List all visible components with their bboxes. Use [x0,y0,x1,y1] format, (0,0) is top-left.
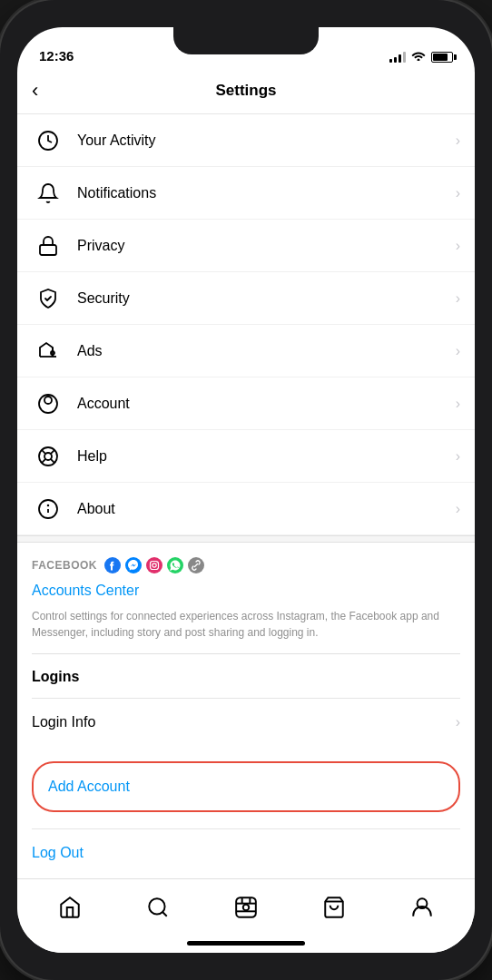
chevron-icon: › [456,714,460,730]
settings-item-label: About [77,501,456,517]
settings-item-label: Your Activity [77,132,456,149]
login-info-item[interactable]: Login Info › [32,698,460,745]
svg-line-23 [162,912,167,916]
settings-item-label: Security [77,290,456,307]
section-divider [17,535,475,543]
svg-point-25 [243,904,250,910]
settings-item-account[interactable]: Account › [17,377,475,430]
chevron-icon: › [456,238,460,254]
settings-item-your-activity[interactable]: Your Activity › [17,114,475,167]
svg-point-16 [146,557,162,573]
svg-point-19 [156,562,157,563]
svg-rect-24 [236,897,256,917]
back-button[interactable]: ‹ [32,79,38,103]
settings-item-label: Help [77,448,456,465]
settings-item-security[interactable]: Security › [17,272,475,325]
svg-line-10 [42,458,45,462]
login-info-label: Login Info [32,714,456,730]
search-icon [146,896,170,919]
facebook-brand-icons [104,557,204,573]
chevron-icon: › [456,501,460,517]
settings-item-label: Account [77,396,456,412]
nav-profile[interactable] [399,885,445,930]
logout-label: Log Out [32,845,460,861]
bell-icon [32,177,64,210]
settings-item-label: Ads [77,343,456,359]
shield-icon [32,282,64,315]
status-time: 12:36 [39,48,74,64]
facebook-header: FACEBOOK [32,557,460,573]
svg-point-3 [44,397,52,404]
phone-frame: 12:36 [0,0,492,980]
accounts-center-link[interactable]: Accounts Center [32,583,460,599]
settings-content: Your Activity › Notifications › [17,114,475,878]
facebook-section-label: FACEBOOK [32,559,97,572]
instagram-icon [146,557,162,573]
account-icon [32,387,64,420]
nav-shop[interactable] [311,885,357,930]
chevron-icon: › [456,396,460,412]
page-title: Settings [215,82,276,100]
chevron-icon: › [456,290,460,307]
settings-item-about[interactable]: About › [17,483,475,535]
status-icons [389,50,453,64]
chevron-icon: › [456,343,460,359]
svg-point-22 [149,898,164,914]
settings-item-notifications[interactable]: Notifications › [17,167,475,220]
chevron-icon: › [456,132,460,149]
chevron-icon: › [456,185,460,201]
settings-item-ads[interactable]: Ads › [17,325,475,377]
nav-header: ‹ Settings [17,67,475,114]
nav-reels[interactable] [223,885,269,930]
shop-icon [322,896,346,919]
facebook-description: Control settings for connected experienc… [32,608,460,654]
screen: 12:36 [17,27,475,953]
wifi-icon [411,50,426,64]
profile-icon [410,896,434,919]
settings-item-label: Privacy [77,238,456,254]
notch [173,27,319,54]
add-account-button[interactable]: Add Account [34,765,458,808]
svg-line-7 [42,449,45,453]
home-indicator [187,941,305,946]
settings-item-privacy[interactable]: Privacy › [17,220,475,272]
facebook-section: FACEBOOK [17,543,475,654]
home-icon [58,896,82,919]
add-account-container: Add Account [32,761,460,812]
messenger-icon [125,557,142,573]
facebook-icon [104,557,121,573]
signal-icon [389,52,406,63]
settings-item-help[interactable]: Help › [17,430,475,483]
nav-search[interactable] [135,885,181,930]
settings-list: Your Activity › Notifications › [17,114,475,535]
battery-icon [431,52,453,63]
logins-title: Logins [32,669,460,685]
svg-rect-1 [40,245,56,255]
nav-home[interactable] [47,885,93,930]
svg-line-8 [51,458,54,462]
whatsapp-icon [167,557,183,573]
link-icon [188,557,204,573]
reels-icon [234,896,258,919]
activity-icon [32,124,64,157]
lock-icon [32,230,64,262]
add-account-wrapper: Add Account [32,745,460,828]
svg-point-6 [44,453,52,460]
chevron-icon: › [456,448,460,465]
svg-point-15 [125,557,142,573]
logout-item[interactable]: Log Out [32,828,460,876]
add-account-label: Add Account [48,779,444,795]
ads-icon [32,335,64,368]
help-icon [32,440,64,473]
settings-item-label: Notifications [77,185,456,201]
svg-line-9 [51,449,54,453]
info-icon [32,493,64,525]
logins-section: Logins Login Info › Add Account Log Out [17,654,475,876]
